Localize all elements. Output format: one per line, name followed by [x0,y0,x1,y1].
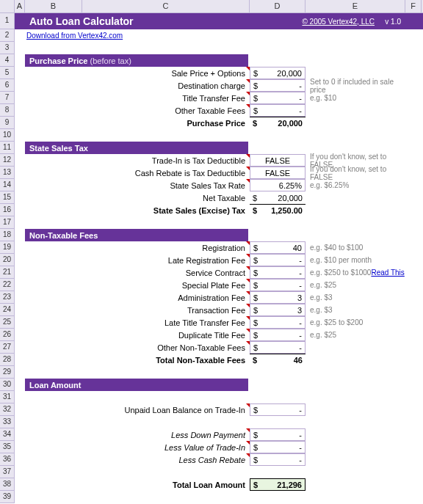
row-header-6[interactable]: 6 [0,79,14,92]
row-header-1[interactable]: 1 [0,13,14,29]
total-cell[interactable]: $20,000 [250,117,306,129]
comment-indicator-icon[interactable] [246,279,250,282]
comment-indicator-icon[interactable] [246,441,250,445]
comment-indicator-icon[interactable] [246,428,250,432]
row-header-26[interactable]: 26 [0,329,14,341]
input-cell[interactable]: $- [250,254,306,266]
row-header-2[interactable]: 2 [0,29,14,42]
comment-indicator-icon[interactable] [246,254,250,258]
comment-indicator-icon[interactable] [246,266,250,270]
comment-indicator-icon[interactable] [246,316,250,320]
row-header-4[interactable]: 4 [0,54,14,67]
row-header-5[interactable]: 5 [0,67,14,79]
row-header-19[interactable]: 19 [0,241,14,254]
total-cell[interactable]: $46 [250,354,306,366]
comment-indicator-icon[interactable] [246,167,250,170]
label: Duplicate Title Fee [82,329,250,341]
col-header-f[interactable]: F [405,0,422,12]
row-header-15[interactable]: 15 [0,191,14,204]
row-header-11[interactable]: 11 [0,142,14,154]
row-header-24[interactable]: 24 [0,304,14,316]
row-header-3[interactable]: 3 [0,42,14,54]
col-header-b[interactable]: B [25,0,82,12]
row-header-20[interactable]: 20 [0,254,14,266]
row-header-12[interactable]: 12 [0,154,14,167]
input-cell[interactable]: $- [250,266,306,279]
input-cell[interactable]: $3 [250,304,306,316]
row-header-10[interactable]: 10 [0,129,14,142]
label: Title Transfer Fee [82,92,250,104]
input-cell[interactable]: $- [250,92,306,104]
input-cell[interactable]: $- [250,329,306,341]
input-cell[interactable]: $- [250,428,306,441]
input-cell[interactable]: $- [250,316,306,329]
comment-indicator-icon[interactable] [246,453,250,457]
input-cell[interactable]: $- [250,79,306,92]
row-header-14[interactable]: 14 [0,179,14,191]
row-header-32[interactable]: 32 [0,403,14,416]
row-header-16[interactable]: 16 [0,204,14,216]
comment-indicator-icon[interactable] [246,79,250,83]
input-cell[interactable]: FALSE [250,154,306,167]
col-header-e[interactable]: E [306,0,405,12]
row-header-29[interactable]: 29 [0,366,14,379]
calc-cell[interactable]: $20,000 [250,191,306,204]
comment-indicator-icon[interactable] [246,92,250,95]
row-header-36[interactable]: 36 [0,453,14,466]
comment-indicator-icon[interactable] [246,104,250,108]
row-header-28[interactable]: 28 [0,354,14,366]
comment-indicator-icon[interactable] [246,341,250,345]
row-header-18[interactable]: 18 [0,229,14,241]
comment-indicator-icon[interactable] [246,291,250,295]
loan-total: Total Loan Amount $21,296 [15,478,423,491]
row-header-33[interactable]: 33 [0,416,14,428]
grand-total-cell[interactable]: $21,296 [250,478,306,491]
purchase-header-text: Purchase Price [29,56,88,65]
comment-indicator-icon[interactable] [246,241,250,245]
row-header-27[interactable]: 27 [0,341,14,354]
row-header-7[interactable]: 7 [0,92,14,104]
col-header-c[interactable]: C [82,0,250,12]
row-header-30[interactable]: 30 [0,379,14,391]
comment-indicator-icon[interactable] [246,179,250,183]
row-header-8[interactable]: 8 [0,104,14,117]
row-header-21[interactable]: 21 [0,266,14,279]
row-header-22[interactable]: 22 [0,279,14,291]
row-header-38[interactable]: 38 [0,478,14,491]
input-cell[interactable]: $- [250,403,306,416]
row-header-31[interactable]: 31 [0,391,14,403]
row-header-37[interactable]: 37 [0,466,14,478]
comment-indicator-icon[interactable] [246,154,250,158]
row-header-35[interactable]: 35 [0,441,14,453]
input-cell[interactable]: $- [250,441,306,453]
download-link[interactable]: Download from Vertex42.com [26,32,123,40]
input-cell[interactable]: $- [250,104,306,117]
row-header-9[interactable]: 9 [0,117,14,129]
input-cell[interactable]: $20,000 [250,67,306,79]
input-cell[interactable]: FALSE [250,167,306,179]
row-header-23[interactable]: 23 [0,291,14,304]
col-header-a[interactable]: A [15,0,25,12]
fees-row-6: Late Title Transfer Fee$-e.g. $25 to $20… [15,316,423,329]
comment-indicator-icon[interactable] [246,403,250,407]
cell-area[interactable]: Auto Loan Calculator © 2005 Vertex42, LL… [15,13,423,503]
total-cell[interactable]: $1,250.00 [250,204,306,216]
row-header-17[interactable]: 17 [0,216,14,229]
loan-less-1: Less Value of Trade-In$- [15,441,423,453]
read-this-link[interactable]: Read This [371,269,404,277]
input-cell[interactable]: 6.25% [250,179,306,191]
input-cell[interactable]: $40 [250,241,306,254]
comment-indicator-icon[interactable] [246,304,250,307]
copyright-text[interactable]: © 2005 Vertex42, LLC [250,13,379,29]
row-header-39[interactable]: 39 [0,491,14,503]
comment-indicator-icon[interactable] [246,67,250,70]
col-header-d[interactable]: D [250,0,306,12]
comment-indicator-icon[interactable] [246,329,250,332]
input-cell[interactable]: $- [250,341,306,354]
input-cell[interactable]: $3 [250,291,306,304]
input-cell[interactable]: $- [250,453,306,466]
row-header-13[interactable]: 13 [0,167,14,179]
row-header-25[interactable]: 25 [0,316,14,329]
input-cell[interactable]: $- [250,279,306,291]
row-header-34[interactable]: 34 [0,428,14,441]
